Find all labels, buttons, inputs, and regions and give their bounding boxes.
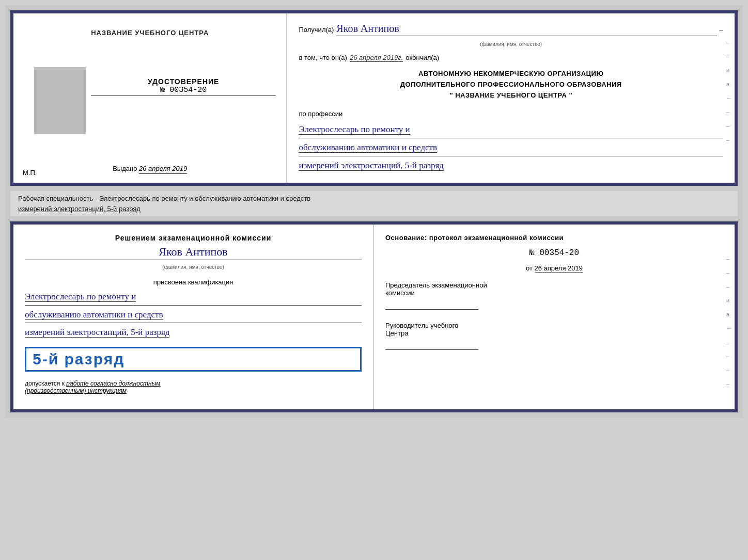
recipient-name: Яков Антипов [336, 23, 716, 36]
org-line2: ДОПОЛНИТЕЛЬНОГО ПРОФЕССИОНАЛЬНОГО ОБРАЗО… [299, 79, 723, 90]
kvali-line2: обслуживанию автоматики и средств [25, 310, 163, 320]
poluchil-line: Получил(a) Яков Антипов – [299, 23, 723, 36]
vydano-date: 26 апреля 2019 [139, 165, 187, 174]
top-left-title: НАЗВАНИЕ УЧЕБНОГО ЦЕНТРА [91, 29, 209, 37]
page-wrapper: НАЗВАНИЕ УЧЕБНОГО ЦЕНТРА УДОСТОВЕРЕНИЕ №… [5, 5, 743, 418]
chairman-line2: комиссии [385, 289, 723, 297]
ot-label: от [526, 264, 533, 272]
bottom-name: Яков Антипов [25, 245, 362, 260]
rukovoditel-line1: Руководитель учебного [385, 322, 723, 329]
poluchil-label: Получил(a) [299, 26, 334, 34]
right-side-marks-bottom: – – – и а ← – – – – [726, 255, 732, 387]
okonchil-label: окончил(а) [406, 54, 439, 61]
profession-line3: измерений электростанций, 5-й разряд [299, 161, 443, 171]
vtom-date: 26 апреля 2019г. [350, 54, 403, 62]
profession-block: Электрослесарь по ремонту и обслуживанию… [299, 122, 723, 173]
vydano-label: Выдано [113, 165, 137, 172]
ot-date-block: от 26 апреля 2019 [385, 264, 723, 272]
kvali-line1: Электрослесарь по ремонту и [25, 292, 136, 302]
kvali-block: Электрослесарь по ремонту и обслуживанию… [25, 289, 362, 341]
protocol-number: № 00354-20 [385, 248, 723, 258]
top-document: НАЗВАНИЕ УЧЕБНОГО ЦЕНТРА УДОСТОВЕРЕНИЕ №… [10, 10, 738, 186]
bottom-document: Решением экзаменационной комиссии Яков А… [10, 221, 738, 412]
vtom-line: в том, что он(а) 26 апреля 2019г. окончи… [299, 54, 723, 62]
dopuskaetsya-italic: (производственным) инструкциям [25, 387, 127, 394]
rukovoditel-line2: Центра [385, 329, 723, 337]
org-line3: " НАЗВАНИЕ УЧЕБНОГО ЦЕНТРА " [299, 90, 723, 101]
middle-line1: Рабочая специальность - Электрослесарь п… [18, 195, 310, 202]
rukovoditel-signature-line [385, 340, 478, 350]
udostoverenie-number: № 00354-20 [91, 86, 276, 96]
vtom-label: в том, что он(а) [299, 54, 347, 61]
prisvoena-label: присвоена квалификация [25, 278, 362, 286]
vydano-block: Выдано 26 апреля 2019 [113, 165, 187, 172]
bottom-fio-sub: (фамилия, имя, отчество) [25, 264, 362, 270]
chairman-line1: Председатель экзаменационной [385, 281, 723, 289]
dopuskaetsya-block: допускается к работе согласно должностны… [25, 380, 362, 394]
chairman-block: Председатель экзаменационной комиссии [385, 281, 723, 310]
dopuskaetsya-underline: работе согласно должностным [66, 380, 160, 387]
photo-placeholder [34, 67, 86, 134]
bottom-doc-left: Решением экзаменационной комиссии Яков А… [13, 225, 374, 409]
rukovoditel-block: Руководитель учебного Центра [385, 322, 723, 350]
udostoverenie-title: УДОСТОВЕРЕНИЕ [91, 77, 276, 86]
fio-subtitle: (фамилия, имя, отчество) [299, 41, 723, 47]
dopuskaetsya-prefix: допускается к [25, 380, 65, 387]
bottom-doc-right: Основание: протокол экзаменационной коми… [374, 225, 735, 409]
right-side-marks: – – и а ← – – – [726, 39, 732, 143]
mp-label: М.П. [23, 169, 37, 177]
kvali-line3: измерений электростанций, 5-й разряд [25, 327, 169, 338]
chairman-signature-line [385, 299, 478, 310]
razryad-badge: 5-й разряд [25, 347, 362, 372]
po-professii: по профессии [299, 110, 723, 118]
top-doc-right: Получил(a) Яков Антипов – (фамилия, имя,… [287, 13, 735, 183]
org-block: АВТОНОМНУЮ НЕКОММЕРЧЕСКУЮ ОРГАНИЗАЦИЮ ДО… [299, 69, 723, 101]
top-doc-left: НАЗВАНИЕ УЧЕБНОГО ЦЕНТРА УДОСТОВЕРЕНИЕ №… [13, 13, 287, 183]
org-line1: АВТОНОМНУЮ НЕКОММЕРЧЕСКУЮ ОРГАНИЗАЦИЮ [299, 69, 723, 79]
profession-line2: обслуживанию автоматики и средств [299, 142, 437, 153]
resheniem-title: Решением экзаменационной комиссии [25, 234, 362, 242]
ot-date-value: 26 апреля 2019 [535, 264, 583, 273]
middle-line2: измерений электростанций, 5-й разряд [18, 205, 141, 213]
osnovanie-title: Основание: протокол экзаменационной коми… [385, 234, 723, 242]
profession-line1: Электрослесарь по ремонту и [299, 124, 410, 135]
middle-text: Рабочая специальность - Электрослесарь п… [10, 191, 738, 216]
